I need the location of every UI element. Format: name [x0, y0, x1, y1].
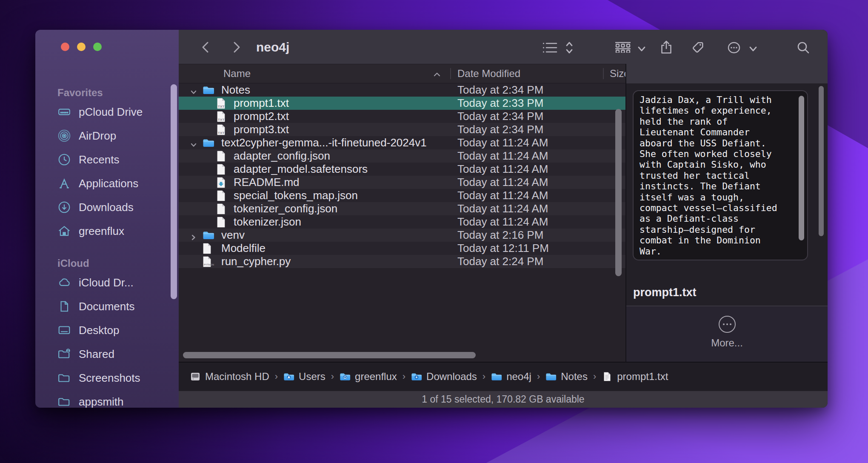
toolbar: neo4j — [179, 30, 828, 64]
sidebar-section-favorites: Favorites — [57, 86, 103, 99]
breadcrumb-downloads[interactable]: Downloads — [411, 371, 477, 383]
breadcrumb-users[interactable]: Users — [283, 371, 326, 383]
tag-icon[interactable] — [691, 41, 706, 54]
disclosure-closed-icon[interactable] — [190, 231, 197, 239]
file-row[interactable]: special_tokens_map.json Today at 11:24 A… — [179, 189, 625, 202]
document-file-icon — [217, 203, 226, 214]
sidebar-item-icloud-drive[interactable]: iCloud Dr... — [57, 273, 175, 292]
file-row[interactable]: README.md Today at 11:24 AM — [179, 176, 625, 189]
breadcrumb-greenflux[interactable]: greenflux — [340, 371, 397, 383]
list-view-icon[interactable] — [542, 42, 558, 54]
sidebar-item-downloads[interactable]: Downloads — [57, 198, 175, 217]
sidebar-item-label: appsmith — [79, 395, 124, 408]
sidebar-scrollbar[interactable] — [171, 84, 177, 299]
preview-filename: prompt1.txt — [633, 286, 697, 299]
share-icon[interactable] — [660, 40, 673, 54]
folder-users-icon — [283, 372, 294, 381]
column-header-bar: Name Date Modified Size — [179, 64, 828, 83]
breadcrumb-separator: › — [593, 371, 596, 382]
sidebar-item-shared[interactable]: Shared — [57, 345, 175, 363]
sidebar-item-documents[interactable]: Documents — [57, 297, 175, 316]
minimize-window-button[interactable] — [77, 43, 86, 51]
file-row[interactable]: adapter_model.safetensors Today at 11:24… — [179, 163, 625, 176]
file-row[interactable]: Modelfile Today at 12:11 PM — [179, 242, 625, 255]
search-icon[interactable] — [797, 41, 810, 54]
column-divider[interactable] — [603, 68, 604, 79]
sidebar-item-desktop[interactable]: Desktop — [57, 321, 175, 340]
column-header-size[interactable]: Size — [610, 64, 625, 83]
shared-folder-icon — [57, 347, 72, 361]
airdrop-icon — [57, 129, 72, 143]
applications-icon — [57, 176, 72, 191]
sort-chevrons-icon[interactable] — [565, 41, 574, 54]
breadcrumb-prompt1[interactable]: prompt1.txt — [602, 371, 668, 383]
file-row[interactable]: PYTHON run_cypher.py Today at 2:24 PM — [179, 255, 625, 268]
document-file-icon — [217, 164, 226, 175]
file-row[interactable]: venv Today at 2:16 PM — [179, 229, 625, 242]
sidebar-item-label: greenflux — [79, 225, 124, 238]
file-row[interactable]: tokenizer_config.json Today at 11:24 AM — [179, 202, 625, 215]
sidebar-item-greenflux[interactable]: greenflux — [57, 222, 175, 240]
sidebar-item-appsmith[interactable]: appsmith — [57, 392, 175, 408]
markdown-file-icon — [217, 177, 226, 188]
external-drive-icon — [57, 105, 72, 119]
disclosure-open-icon[interactable] — [190, 86, 197, 94]
sidebar-item-recents[interactable]: Recents — [57, 150, 175, 169]
close-window-button[interactable] — [61, 43, 69, 51]
file-row[interactable]: Notes Today at 2:34 PM — [179, 83, 625, 97]
path-bar: Macintosh HD › Users › greenflux › — [179, 362, 828, 391]
file-row[interactable]: TXT prompt3.txt Today at 2:34 PM — [179, 123, 625, 136]
file-row[interactable]: tokenizer.json Today at 11:24 AM — [179, 215, 625, 229]
disclosure-open-icon[interactable] — [190, 139, 197, 146]
file-row[interactable]: adapter_config.json Today at 11:24 AM — [179, 149, 625, 163]
sidebar-item-label: Applications — [79, 177, 138, 190]
more-circle-icon[interactable] — [727, 41, 741, 54]
sidebar-item-screenshots[interactable]: Screenshots — [57, 369, 175, 387]
column-header-name[interactable]: Name — [223, 64, 251, 83]
sidebar-item-label: AirDrop — [79, 129, 116, 143]
home-icon — [57, 224, 72, 238]
folder-icon — [203, 86, 214, 95]
file-row[interactable]: text2cypher-gemma...-it-finetuned-2024v1… — [179, 136, 625, 149]
group-view-icon[interactable] — [614, 42, 631, 53]
breadcrumb-neo4j[interactable]: neo4j — [491, 371, 531, 383]
main-area: neo4j — [179, 30, 828, 408]
more-ellipsis-icon[interactable] — [719, 316, 736, 333]
list-horizontal-scrollbar[interactable] — [183, 352, 476, 358]
preview-pane-scrollbar[interactable] — [819, 86, 824, 236]
desktop: Favorites pCloud Drive AirDrop Recents — [0, 0, 868, 463]
sidebar-item-label: Shared — [79, 348, 114, 361]
more-button[interactable]: More... — [711, 337, 743, 349]
desktop-icon — [57, 323, 72, 337]
column-divider[interactable] — [450, 68, 451, 79]
sidebar-item-label: Desktop — [79, 324, 119, 337]
back-button[interactable] — [200, 41, 211, 54]
document-icon — [57, 299, 72, 314]
column-header-date-modified[interactable]: Date Modified — [457, 64, 520, 83]
breadcrumb-separator: › — [331, 371, 334, 382]
preview-text-scrollbar[interactable] — [799, 96, 804, 240]
sidebar-item-label: Downloads — [79, 201, 134, 214]
sidebar-item-applications[interactable]: Applications — [57, 174, 175, 193]
breadcrumb-macintosh-hd[interactable]: Macintosh HD — [190, 371, 269, 383]
sidebar-item-pcloud-drive[interactable]: pCloud Drive — [57, 103, 175, 121]
breadcrumb-notes[interactable]: Notes — [545, 371, 588, 383]
status-bar: 1 of 15 selected, 170.82 GB available — [179, 391, 828, 408]
list-vertical-scrollbar[interactable] — [615, 109, 622, 276]
folder-icon — [203, 231, 214, 240]
window-title: neo4j — [256, 40, 289, 54]
chevron-down-icon[interactable] — [637, 46, 646, 52]
file-row[interactable]: TXT prompt2.txt Today at 2:34 PM — [179, 110, 625, 123]
sort-ascending-icon — [433, 65, 441, 84]
toolbar-fill — [625, 64, 828, 83]
chevron-down-icon[interactable] — [749, 46, 757, 52]
sidebar-item-label: Screenshots — [79, 372, 140, 385]
sidebar-section-icloud: iCloud — [57, 257, 89, 270]
preview-more-section: More... — [626, 306, 828, 362]
sidebar-item-airdrop[interactable]: AirDrop — [57, 126, 175, 145]
forward-button[interactable] — [231, 41, 242, 54]
file-row-selected[interactable]: TXT prompt1.txt Today at 2:33 PM — [179, 97, 625, 110]
breadcrumb-separator: › — [403, 371, 405, 382]
zoom-window-button[interactable] — [93, 43, 102, 51]
text-file-icon — [602, 372, 613, 381]
